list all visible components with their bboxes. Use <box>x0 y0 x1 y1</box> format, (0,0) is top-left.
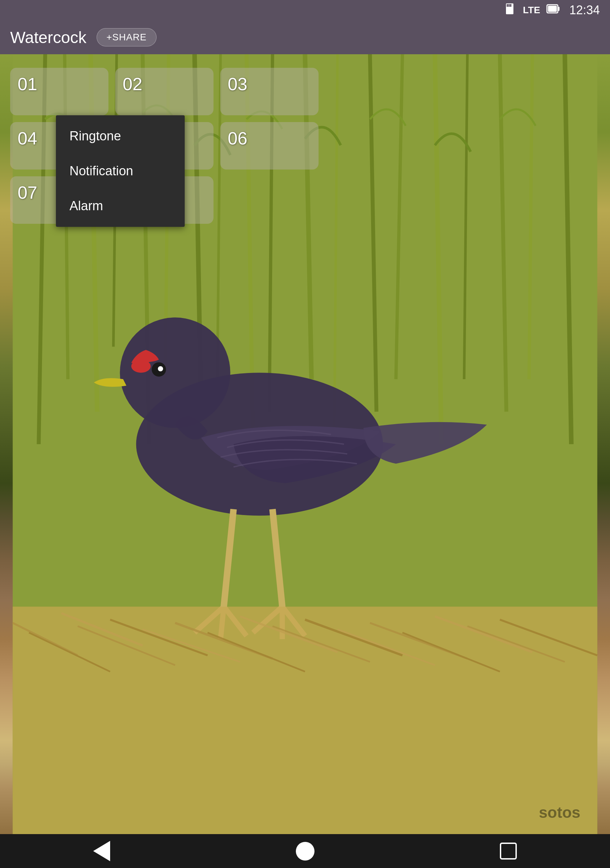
home-icon <box>296 842 314 860</box>
status-icons: LTE 12:34 <box>505 3 600 18</box>
share-button[interactable]: +SHARE <box>97 28 156 46</box>
grid-label-07: 07 <box>18 183 37 203</box>
nav-home-button[interactable] <box>295 841 315 861</box>
svg-point-29 <box>131 360 151 373</box>
grid-button-03[interactable]: 03 <box>220 68 319 115</box>
nav-recent-button[interactable] <box>498 841 519 861</box>
lte-icon: LTE <box>523 5 540 16</box>
svg-rect-3 <box>510 4 511 7</box>
nav-back-button[interactable] <box>91 841 112 861</box>
grid-button-06[interactable]: 06 <box>220 122 319 169</box>
grid-label-03: 03 <box>228 74 248 94</box>
menu-item-alarm[interactable]: Alarm <box>56 189 185 223</box>
battery-icon <box>546 3 560 18</box>
context-menu: Ringtone Notification Alarm <box>56 115 185 227</box>
status-time: 12:34 <box>569 3 600 17</box>
menu-item-ringtone[interactable]: Ringtone <box>56 119 185 153</box>
svg-point-28 <box>120 317 231 428</box>
grid-label-02: 02 <box>123 74 142 94</box>
nav-bar <box>0 834 610 868</box>
app-title: Watercock <box>10 28 87 47</box>
app-bar: Watercock +SHARE <box>0 20 610 54</box>
grid-label-04: 04 <box>18 128 37 149</box>
menu-item-notification[interactable]: Notification <box>56 153 185 189</box>
svg-text:sotos: sotos <box>539 804 581 821</box>
svg-rect-6 <box>548 6 557 12</box>
storage-icon <box>505 3 517 18</box>
svg-point-31 <box>158 366 163 371</box>
back-icon <box>93 841 110 861</box>
svg-rect-2 <box>508 4 510 7</box>
status-bar: LTE 12:34 <box>0 0 610 20</box>
recent-icon <box>500 843 517 860</box>
grid-button-02[interactable]: 02 <box>115 68 214 115</box>
grid-label-06: 06 <box>228 128 248 149</box>
grid-label-01: 01 <box>18 74 37 94</box>
svg-rect-1 <box>507 4 508 7</box>
svg-rect-5 <box>558 7 559 11</box>
grid-button-01[interactable]: 01 <box>10 68 108 115</box>
